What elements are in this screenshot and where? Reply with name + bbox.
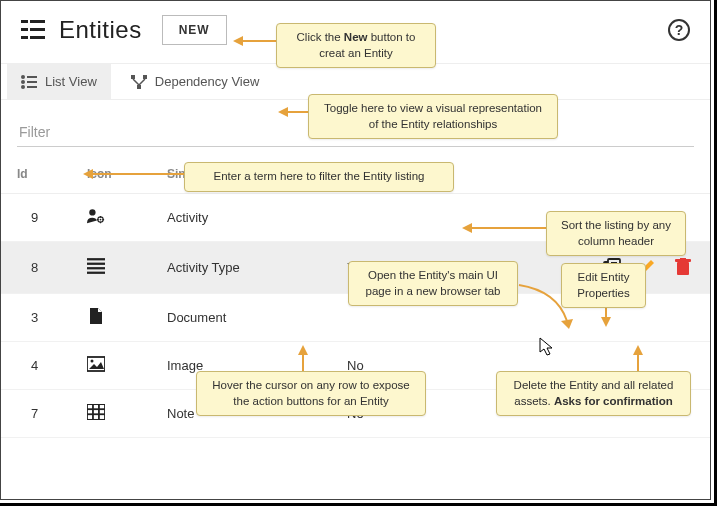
person-gear-icon bbox=[87, 208, 105, 224]
cell-icon bbox=[71, 194, 151, 242]
trash-icon bbox=[675, 258, 691, 276]
arrow-icon bbox=[278, 105, 310, 119]
tab-list-view[interactable]: List View bbox=[7, 64, 111, 99]
svg-rect-3 bbox=[30, 28, 45, 31]
svg-point-8 bbox=[21, 80, 25, 84]
col-id[interactable]: Id bbox=[1, 155, 71, 194]
grid-icon bbox=[87, 404, 105, 420]
svg-point-29 bbox=[91, 360, 94, 363]
svg-marker-38 bbox=[278, 107, 288, 117]
cell-id: 4 bbox=[1, 342, 71, 390]
callout-edit: Edit Entity Properties bbox=[561, 263, 646, 308]
svg-rect-21 bbox=[87, 272, 105, 274]
delete-button[interactable] bbox=[672, 256, 694, 278]
svg-rect-25 bbox=[677, 262, 689, 275]
callout-filter: Enter a term here to filter the Entity l… bbox=[184, 162, 454, 192]
cell-name: Activity Type bbox=[151, 242, 331, 294]
cell-id: 7 bbox=[1, 390, 71, 438]
svg-marker-42 bbox=[462, 223, 472, 233]
cell-id: 9 bbox=[1, 194, 71, 242]
svg-marker-47 bbox=[298, 345, 308, 355]
svg-point-17 bbox=[100, 219, 102, 221]
svg-marker-36 bbox=[233, 36, 243, 46]
svg-point-15 bbox=[89, 209, 95, 215]
tab-list-label: List View bbox=[45, 74, 97, 89]
cell-icon bbox=[71, 294, 151, 342]
callout-new: Click the New button to creat an Entity bbox=[276, 23, 436, 68]
page-title: Entities bbox=[59, 16, 142, 44]
callout-hover: Hover the cursor on any row to expose th… bbox=[196, 371, 426, 416]
svg-point-10 bbox=[21, 85, 25, 89]
col-actions bbox=[575, 155, 710, 194]
image-icon bbox=[87, 356, 105, 372]
arrow-icon bbox=[462, 221, 547, 235]
svg-rect-18 bbox=[87, 258, 105, 260]
new-button[interactable]: NEW bbox=[162, 15, 227, 45]
svg-rect-30 bbox=[87, 404, 105, 420]
svg-rect-19 bbox=[87, 263, 105, 265]
cell-name: Document bbox=[151, 294, 331, 342]
cursor-icon bbox=[539, 337, 555, 357]
svg-marker-49 bbox=[633, 345, 643, 355]
cell-id: 3 bbox=[1, 294, 71, 342]
cell-icon bbox=[71, 342, 151, 390]
arrow-icon bbox=[296, 345, 310, 373]
svg-rect-20 bbox=[87, 267, 105, 269]
list-icon bbox=[21, 75, 37, 89]
lines-icon bbox=[87, 258, 105, 274]
tab-dependency-view[interactable]: Dependency View bbox=[117, 64, 274, 99]
cell-id: 8 bbox=[1, 242, 71, 294]
cell-icon bbox=[71, 390, 151, 438]
document-icon bbox=[87, 308, 105, 324]
callout-sort: Sort the listing by any column header bbox=[546, 211, 686, 256]
svg-rect-4 bbox=[21, 36, 28, 39]
svg-marker-43 bbox=[561, 319, 573, 329]
help-icon[interactable]: ? bbox=[668, 19, 690, 41]
cell-name: Activity bbox=[151, 194, 331, 242]
svg-marker-40 bbox=[83, 169, 93, 179]
svg-rect-1 bbox=[30, 20, 45, 23]
svg-rect-2 bbox=[21, 28, 28, 31]
svg-rect-13 bbox=[143, 75, 147, 79]
svg-rect-0 bbox=[21, 20, 28, 23]
arrow-icon bbox=[233, 33, 278, 49]
callout-toggle: Toggle here to view a visual representat… bbox=[308, 94, 558, 139]
callout-delete: Delete the Entity and all related assets… bbox=[496, 371, 691, 416]
svg-rect-7 bbox=[27, 76, 37, 78]
callout-open: Open the Entity's main UI page in a new … bbox=[348, 261, 518, 306]
svg-rect-27 bbox=[680, 258, 686, 260]
menu-icon[interactable] bbox=[21, 20, 45, 40]
svg-rect-12 bbox=[131, 75, 135, 79]
svg-marker-45 bbox=[601, 317, 611, 327]
svg-point-6 bbox=[21, 75, 25, 79]
branch-icon bbox=[131, 75, 147, 89]
arrow-icon bbox=[83, 167, 185, 181]
arrow-icon bbox=[631, 345, 645, 373]
svg-rect-5 bbox=[30, 36, 45, 39]
svg-rect-14 bbox=[137, 85, 141, 89]
svg-rect-9 bbox=[27, 81, 37, 83]
tab-dependency-label: Dependency View bbox=[155, 74, 260, 89]
cell-icon bbox=[71, 242, 151, 294]
svg-rect-11 bbox=[27, 86, 37, 88]
